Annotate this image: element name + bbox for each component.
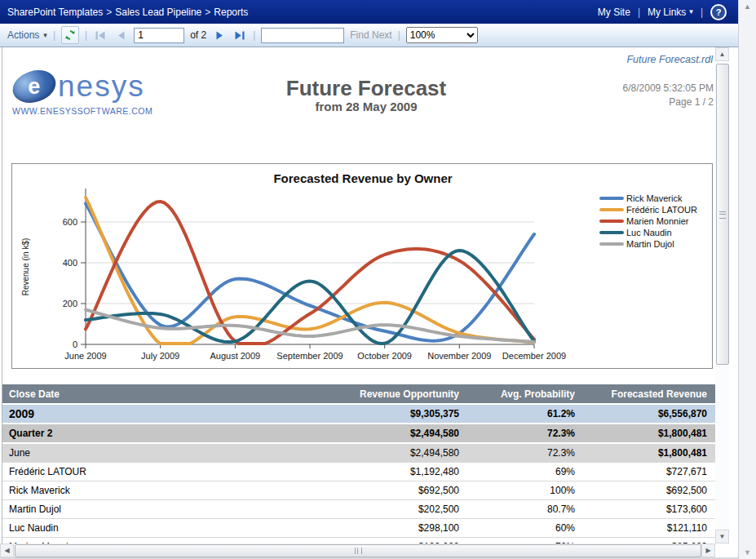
row-value: $2,494,580 bbox=[247, 424, 467, 443]
column-header: Avg. Probability bbox=[467, 384, 583, 404]
row-value: 100% bbox=[467, 481, 583, 500]
refresh-icon bbox=[64, 29, 76, 41]
row-value: 60% bbox=[467, 519, 583, 538]
breadcrumb-separator: > bbox=[201, 7, 214, 18]
x-tick-label: September 2009 bbox=[276, 351, 343, 361]
report-title: Future Forecast bbox=[190, 78, 542, 100]
last-page-button[interactable] bbox=[232, 28, 247, 42]
scroll-left-button[interactable]: ◀ bbox=[0, 543, 14, 557]
last-page-icon bbox=[235, 31, 245, 40]
row-value: $298,100 bbox=[247, 519, 467, 538]
row-label: Rick Maverick bbox=[2, 481, 247, 500]
rdl-link[interactable]: Future Forecast.rdl bbox=[626, 54, 713, 65]
row-value: $1,192,480 bbox=[247, 463, 467, 481]
row-value: 80.7% bbox=[467, 500, 583, 519]
y-tick-label: 200 bbox=[63, 299, 77, 308]
x-tick-label: December 2009 bbox=[502, 351, 566, 361]
table-row-marien-monnier: Marien Monnier$109,00070%$85,600 bbox=[2, 538, 715, 544]
breadcrumb-link[interactable]: Sales Lead Pipeline bbox=[115, 7, 201, 18]
series-line-rick-maverick bbox=[86, 204, 534, 341]
legend-label: Rick Maverick bbox=[626, 193, 683, 203]
find-next-button[interactable]: Find Next bbox=[350, 29, 391, 41]
toplink-separator: | bbox=[701, 7, 703, 18]
logo-letter: e bbox=[28, 76, 40, 98]
my-site-link[interactable]: My Site bbox=[598, 7, 630, 18]
horizontal-scroll-thumb[interactable] bbox=[15, 544, 701, 557]
actions-label: Actions bbox=[7, 29, 39, 41]
help-icon[interactable]: ? bbox=[710, 4, 727, 20]
report-vertical-scrollbar[interactable]: ▲ ▼ bbox=[715, 47, 729, 543]
logo-wordmark: nesys bbox=[58, 73, 145, 100]
report-timestamp: 6/8/2009 5:32:05 PM bbox=[542, 82, 714, 95]
row-value: 72.3% bbox=[467, 424, 583, 443]
row-label: June bbox=[2, 443, 247, 463]
row-label: Quarter 2 bbox=[2, 424, 247, 443]
legend-label: Frédéric LATOUR bbox=[626, 205, 697, 215]
my-links-menu[interactable]: My Links ▾ bbox=[648, 7, 693, 18]
scroll-down-button[interactable]: ▼ bbox=[715, 530, 729, 543]
page-count-label: of 2 bbox=[190, 29, 206, 41]
next-page-button[interactable] bbox=[212, 28, 227, 42]
table-row-luc-naudin: Luc Naudin$298,10060%$121,110 bbox=[2, 519, 715, 538]
top-links: My Site | My Links ▾ | ? bbox=[598, 4, 727, 20]
row-label: Luc Naudin bbox=[2, 519, 247, 538]
row-value: 61.2% bbox=[467, 404, 583, 424]
find-input[interactable] bbox=[261, 28, 344, 43]
chevron-down-icon: ▾ bbox=[43, 32, 47, 39]
scroll-right-button[interactable]: ▶ bbox=[701, 543, 715, 557]
row-value: $727,671 bbox=[583, 463, 715, 481]
toolbar-separator: | bbox=[85, 29, 87, 41]
report-horizontal-scrollbar[interactable]: ◀ ▶ bbox=[0, 543, 715, 557]
row-value: $173,600 bbox=[583, 500, 715, 519]
refresh-button[interactable] bbox=[61, 26, 79, 44]
breadcrumb-link[interactable]: SharePoint Templates bbox=[7, 7, 103, 18]
table-row-quarter-2: Quarter 2$2,494,58072.3%$1,800,481 bbox=[2, 424, 715, 443]
logo-url: WWW.ENESYSSOFTWARE.COM bbox=[12, 106, 190, 116]
row-value: $6,556,870 bbox=[583, 404, 715, 424]
zoom-select[interactable]: 100% bbox=[406, 27, 478, 43]
row-value: $85,600 bbox=[583, 538, 715, 544]
page-number-input[interactable] bbox=[134, 28, 184, 43]
page-vertical-scrollbar[interactable]: ▲ ▼ bbox=[738, 0, 756, 559]
thumb-grip-icon bbox=[355, 548, 362, 554]
table-header-row: Close DateRevenue OpportunityAvg. Probab… bbox=[2, 384, 715, 404]
report-toolbar: Actions ▾ | | of 2 bbox=[0, 24, 738, 47]
y-tick-label: 0 bbox=[73, 339, 77, 349]
row-label: 2009 bbox=[2, 404, 247, 424]
report-page: Future Forecast.rdl e nesys WWW.ENESYSSO… bbox=[2, 47, 715, 543]
row-value: $2,494,580 bbox=[247, 443, 467, 463]
table-row-rick-maverick: Rick Maverick$692,500100%$692,500 bbox=[2, 481, 715, 500]
breadcrumb-link[interactable]: Reports bbox=[214, 7, 248, 18]
chart-title: Forecasted Revenue by Owner bbox=[273, 171, 452, 185]
page-scroll-up-button[interactable]: ▲ bbox=[739, 2, 756, 11]
row-value: $1,800,481 bbox=[583, 443, 715, 463]
row-value: 72.3% bbox=[467, 443, 583, 463]
row-label: Frédéric LATOUR bbox=[2, 463, 247, 481]
scroll-up-button[interactable]: ▲ bbox=[715, 47, 729, 61]
column-header: Forecasted Revenue bbox=[583, 384, 715, 404]
x-tick-label: August 2009 bbox=[210, 351, 260, 361]
toolbar-separator: | bbox=[253, 29, 255, 41]
table-row-2009: 2009$9,305,37561.2%$6,556,870 bbox=[2, 404, 715, 424]
legend-label: Marien Monnier bbox=[626, 216, 689, 226]
breadcrumb-separator: > bbox=[103, 7, 115, 18]
first-page-icon bbox=[95, 31, 105, 40]
title-block: Future Forecast from 28 May 2009 bbox=[190, 78, 542, 113]
report-page-indicator: Page 1 / 2 bbox=[542, 95, 714, 109]
breadcrumb: SharePoint Templates>Sales Lead Pipeline… bbox=[7, 7, 248, 18]
prev-page-button[interactable] bbox=[113, 28, 128, 42]
forecast-chart: 0200400600June 2009July 2009August 2009S… bbox=[11, 163, 713, 369]
report-viewport: Future Forecast.rdl e nesys WWW.ENESYSSO… bbox=[0, 47, 738, 543]
vertical-scroll-thumb[interactable] bbox=[716, 64, 729, 365]
table-row-martin-dujol: Martin Dujol$202,50080.7%$173,600 bbox=[2, 500, 715, 519]
first-page-button[interactable] bbox=[93, 28, 108, 42]
actions-menu[interactable]: Actions ▾ bbox=[7, 29, 47, 41]
chevron-down-icon: ▾ bbox=[689, 8, 693, 16]
page-scroll-down-button[interactable]: ▼ bbox=[739, 548, 756, 557]
y-axis-title: Revenue (in k$) bbox=[21, 238, 30, 296]
rdl-row: Future Forecast.rdl bbox=[2, 47, 715, 64]
table-row-fr-d-ric-latour: Frédéric LATOUR$1,192,48069%$727,671 bbox=[2, 463, 715, 481]
forecast-table: Close DateRevenue OpportunityAvg. Probab… bbox=[2, 384, 715, 543]
content-left-border bbox=[2, 47, 2, 543]
row-label: Martin Dujol bbox=[2, 500, 247, 519]
